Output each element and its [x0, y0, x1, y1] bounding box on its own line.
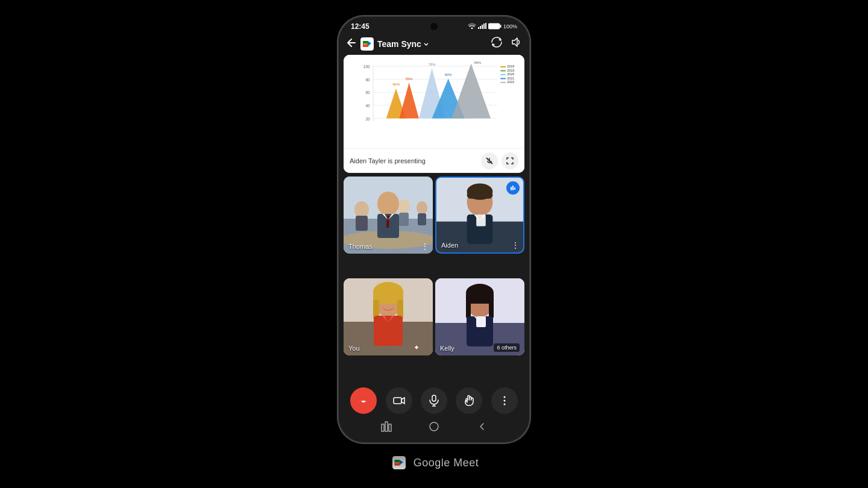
sparkle-icon: ✦	[414, 343, 420, 352]
svg-point-45	[354, 201, 369, 218]
participant-options-thomas[interactable]: ⋮	[421, 242, 429, 251]
svg-point-47	[398, 199, 410, 214]
svg-point-49	[417, 201, 427, 214]
svg-text:80: 80	[365, 78, 370, 82]
svg-text:20: 20	[365, 117, 370, 121]
raise-hand-button[interactable]	[456, 387, 482, 414]
wifi-icon	[468, 23, 476, 30]
svg-point-93	[503, 396, 505, 398]
svg-rect-75	[374, 316, 403, 346]
svg-text:60%: 60%	[445, 73, 453, 77]
more-options-button[interactable]	[491, 387, 518, 414]
recent-apps-icon[interactable]	[381, 421, 392, 435]
battery-percent: 100%	[503, 23, 517, 30]
svg-rect-83	[466, 301, 471, 319]
phone-frame: 12:45	[338, 16, 530, 443]
others-badge: 6 others	[494, 343, 520, 352]
status-icons: 100%	[468, 23, 517, 31]
svg-rect-31	[500, 66, 506, 67]
participant-tile-you[interactable]: You ✦	[344, 278, 433, 355]
presenter-actions	[481, 152, 518, 169]
participant-tile-thomas[interactable]: Thomas ⋮	[344, 177, 433, 254]
fullscreen-button[interactable]	[502, 152, 518, 169]
svg-text:60: 60	[365, 90, 370, 95]
svg-rect-86	[476, 316, 486, 327]
presenter-bar: Aiden Tayler is presenting	[344, 148, 524, 173]
svg-rect-60	[476, 214, 486, 226]
thomas-scene	[344, 177, 433, 254]
participant-name-thomas: Thomas	[348, 243, 373, 250]
svg-rect-66	[512, 186, 514, 190]
microphone-button[interactable]	[421, 387, 447, 414]
svg-rect-3	[482, 25, 483, 29]
svg-rect-37	[500, 78, 506, 79]
svg-text:55%: 55%	[406, 77, 414, 81]
svg-point-51	[377, 192, 399, 216]
presenter-text: Aiden Tayler is presenting	[350, 157, 426, 164]
volume-icon[interactable]	[510, 36, 522, 51]
svg-rect-67	[514, 187, 515, 190]
svg-point-94	[503, 400, 505, 402]
svg-rect-64	[467, 192, 493, 199]
svg-rect-1	[478, 27, 479, 29]
svg-rect-6	[488, 23, 500, 29]
svg-text:2022: 2022	[507, 80, 514, 84]
svg-marker-29	[451, 64, 491, 119]
svg-point-99	[430, 422, 438, 431]
chart-svg: 100 80 60 40 20 46% 55%	[351, 60, 520, 138]
svg-point-0	[471, 28, 473, 30]
rotate-icon[interactable]	[491, 36, 503, 51]
battery-icon	[488, 23, 502, 31]
svg-marker-23	[399, 83, 419, 119]
top-bar: Team Sync	[339, 34, 529, 55]
phone-screen: 12:45	[338, 16, 530, 443]
svg-rect-96	[382, 424, 384, 431]
branding-label: Google Meet	[414, 457, 479, 469]
svg-rect-50	[418, 213, 426, 225]
svg-rect-2	[480, 26, 481, 29]
svg-text:2019: 2019	[507, 69, 514, 72]
svg-text:40: 40	[365, 104, 370, 108]
meet-logo-icon	[360, 37, 374, 51]
svg-rect-46	[356, 216, 368, 231]
participant-options-aiden[interactable]: ⋮	[511, 240, 520, 250]
speaking-indicator-aiden	[506, 181, 520, 195]
camera-toggle-button[interactable]	[386, 387, 412, 414]
svg-point-95	[503, 404, 505, 405]
svg-rect-35	[500, 74, 506, 75]
participant-name-you: You	[348, 345, 360, 352]
svg-text:2018: 2018	[507, 64, 514, 68]
bottom-controls	[339, 381, 529, 418]
svg-text:2020: 2020	[507, 72, 514, 76]
svg-rect-97	[385, 422, 388, 431]
svg-text:100: 100	[363, 64, 370, 69]
svg-rect-7	[500, 25, 501, 28]
back-nav-icon[interactable]	[476, 421, 487, 435]
svg-marker-9	[512, 38, 517, 46]
participants-grid: Thomas ⋮	[339, 173, 529, 381]
svg-rect-33	[500, 70, 506, 71]
screen-content: 12:45	[339, 17, 529, 442]
camera-notch	[430, 23, 438, 30]
svg-rect-84	[489, 301, 494, 319]
svg-rect-48	[399, 213, 409, 226]
branding-logo	[389, 453, 409, 472]
back-button[interactable]	[346, 37, 357, 51]
nav-bar	[339, 418, 529, 442]
home-icon[interactable]	[429, 421, 439, 435]
participant-tile-kelly[interactable]: Kelly 6 others	[435, 278, 524, 355]
branding: Google Meet	[389, 453, 479, 472]
svg-text:96%: 96%	[474, 61, 482, 64]
end-call-button[interactable]	[350, 387, 377, 414]
svg-rect-39	[500, 82, 506, 83]
participant-tile-aiden[interactable]: Aiden ⋮	[435, 177, 524, 254]
signal-icon	[478, 23, 486, 30]
status-time: 12:45	[351, 22, 370, 31]
top-bar-right	[491, 36, 522, 51]
mute-presenter-button[interactable]	[481, 152, 498, 169]
svg-text:76%: 76%	[429, 63, 436, 66]
svg-rect-89	[394, 398, 401, 404]
top-bar-left: Team Sync	[346, 37, 429, 51]
chart-container: 100 80 60 40 20 46% 55%	[344, 55, 524, 148]
participant-name-kelly: Kelly	[440, 345, 454, 352]
